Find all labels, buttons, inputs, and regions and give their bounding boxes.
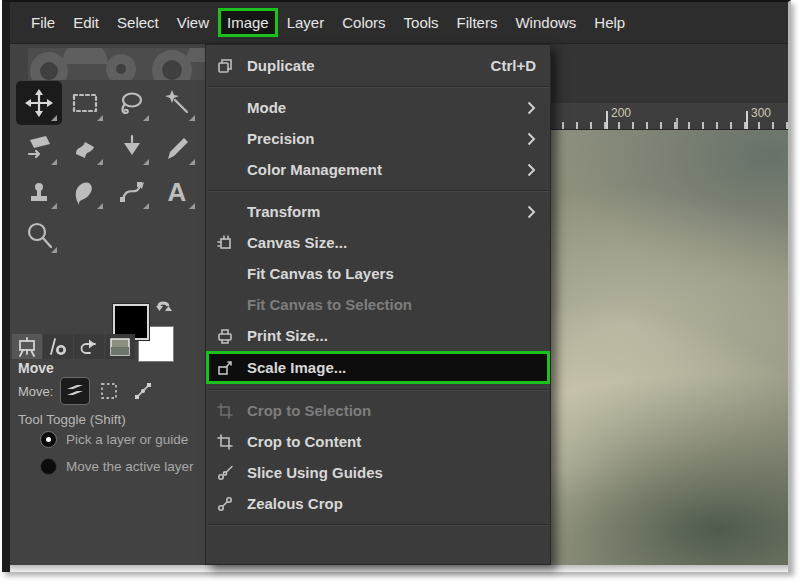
- slice-icon: [217, 465, 237, 481]
- svg-text:A: A: [168, 177, 187, 206]
- submenu-arrow-icon: [527, 163, 536, 177]
- radio-move-active[interactable]: Move the active layer: [40, 458, 194, 475]
- menu-file[interactable]: File: [22, 8, 64, 37]
- menu-item-color-management[interactable]: Color Management: [206, 154, 550, 185]
- image-menu-dropdown: Duplicate Ctrl+D Mode Precision Color Ma…: [205, 44, 551, 565]
- clone-tool[interactable]: [16, 169, 62, 213]
- menu-item-precision[interactable]: Precision: [206, 123, 550, 154]
- menu-filters[interactable]: Filters: [448, 8, 507, 37]
- fuzzy-select-tool[interactable]: [154, 81, 200, 125]
- wilber-decoration: [28, 48, 206, 80]
- menu-view[interactable]: View: [168, 8, 218, 37]
- duplicate-icon: [217, 58, 237, 74]
- tab-undo-history[interactable]: [74, 334, 104, 359]
- menu-layer[interactable]: Layer: [278, 8, 334, 37]
- menu-separator: [207, 389, 549, 390]
- menu-item-slice-using-guides[interactable]: Slice Using Guides: [206, 457, 550, 488]
- menu-separator: [207, 86, 549, 87]
- radio-pick-layer[interactable]: Pick a layer or guide: [40, 431, 188, 448]
- bucket-fill-tool[interactable]: [62, 125, 108, 169]
- swap-colors-icon[interactable]: [155, 298, 175, 322]
- menu-image[interactable]: Image: [218, 8, 278, 37]
- menu-separator: [207, 190, 549, 191]
- tool-grid: A: [16, 81, 200, 257]
- canvas-size-icon: [217, 235, 237, 251]
- toolbox-panel: A: [10, 44, 206, 565]
- menu-item-mode[interactable]: Mode: [206, 92, 550, 123]
- menu-tools[interactable]: Tools: [395, 8, 448, 37]
- menu-item-print-size[interactable]: Print Size...: [206, 320, 550, 351]
- menu-item-crop-to-content[interactable]: Crop to Content: [206, 426, 550, 457]
- menu-item-scale-image[interactable]: Scale Image...: [206, 351, 550, 384]
- menu-item-fit-canvas-selection: Fit Canvas to Selection: [206, 289, 550, 320]
- shortcut-ctrl-d: Ctrl+D: [491, 57, 536, 74]
- gimp-window: File Edit Select View Image Layer Colors…: [2, 0, 791, 572]
- ruler-label-200: 200: [611, 106, 631, 120]
- printer-icon: [217, 328, 237, 344]
- submenu-arrow-icon: [527, 205, 536, 219]
- radio-selected-icon[interactable]: [40, 431, 57, 448]
- move-mode-row: Move:: [18, 378, 157, 404]
- scale-icon: [217, 360, 237, 376]
- menu-item-canvas-size[interactable]: Canvas Size...: [206, 227, 550, 258]
- menu-edit[interactable]: Edit: [64, 8, 108, 37]
- menu-select[interactable]: Select: [108, 8, 168, 37]
- submenu-arrow-icon: [527, 132, 536, 146]
- unified-transform-tool[interactable]: [16, 125, 62, 169]
- radio-unselected-icon[interactable]: [40, 458, 57, 475]
- menu-item-duplicate[interactable]: Duplicate Ctrl+D: [206, 50, 550, 81]
- menu-item-crop-to-selection: Crop to Selection: [206, 395, 550, 426]
- tab-tool-options[interactable]: [12, 334, 42, 359]
- paintbrush-tool[interactable]: [154, 125, 200, 169]
- tab-device-status[interactable]: [43, 334, 73, 359]
- zealous-crop-icon: [217, 496, 237, 512]
- tool-toggle-label: Tool Toggle (Shift): [18, 412, 126, 427]
- zoom-tool[interactable]: [16, 213, 62, 257]
- text-tool[interactable]: A: [154, 169, 200, 213]
- move-layer-button[interactable]: [61, 378, 89, 404]
- menu-windows[interactable]: Windows: [506, 8, 585, 37]
- paths-tool[interactable]: [108, 169, 154, 213]
- menu-colors[interactable]: Colors: [333, 8, 394, 37]
- dock-tabs: [12, 334, 135, 359]
- window-bottom-edge: [10, 565, 788, 572]
- gradient-tool[interactable]: [108, 125, 154, 169]
- crop-icon: [217, 434, 237, 450]
- free-select-tool[interactable]: [108, 81, 154, 125]
- crop-icon: [217, 403, 237, 419]
- tab-image-thumbnail[interactable]: [105, 334, 135, 359]
- menu-item-zealous-crop[interactable]: Zealous Crop: [206, 488, 550, 519]
- submenu-arrow-icon: [527, 101, 536, 115]
- menu-help[interactable]: Help: [585, 8, 634, 37]
- smudge-tool[interactable]: [62, 169, 108, 213]
- menu-item-transform[interactable]: Transform: [206, 196, 550, 227]
- menu-separator: [207, 524, 549, 525]
- menu-item-fit-canvas-layers[interactable]: Fit Canvas to Layers: [206, 258, 550, 289]
- tool-options-title: Move: [18, 360, 54, 376]
- move-selection-button[interactable]: [95, 378, 123, 404]
- move-label: Move:: [18, 384, 53, 399]
- rectangle-select-tool[interactable]: [62, 81, 108, 125]
- menubar: File Edit Select View Image Layer Colors…: [10, 2, 788, 44]
- move-path-button[interactable]: [129, 378, 157, 404]
- ruler-label-300: 300: [751, 106, 771, 120]
- move-tool[interactable]: [16, 81, 62, 125]
